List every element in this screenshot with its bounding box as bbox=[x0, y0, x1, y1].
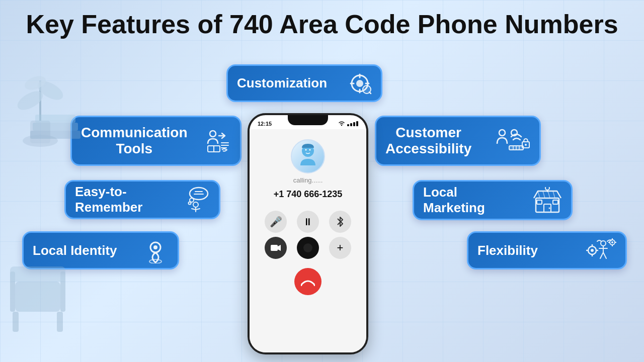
svg-line-22 bbox=[369, 92, 371, 94]
end-call-icon bbox=[301, 277, 315, 286]
svg-point-16 bbox=[356, 80, 363, 87]
svg-line-43 bbox=[192, 209, 196, 210]
svg-point-41 bbox=[193, 202, 198, 207]
svg-point-59 bbox=[153, 245, 157, 249]
phone-time: 12:15 bbox=[258, 121, 272, 127]
svg-rect-6 bbox=[30, 131, 80, 139]
signal-bars bbox=[347, 121, 358, 126]
svg-point-79 bbox=[305, 149, 307, 150]
flexibility-icon bbox=[585, 237, 616, 263]
svg-point-62 bbox=[591, 249, 594, 252]
calling-status: calling...... bbox=[293, 176, 323, 184]
local-identity-icon bbox=[142, 237, 169, 263]
svg-line-84 bbox=[314, 284, 315, 286]
svg-point-23 bbox=[210, 131, 216, 137]
bluetooth-button[interactable] bbox=[329, 211, 351, 233]
svg-rect-13 bbox=[57, 312, 63, 332]
svg-rect-8 bbox=[35, 115, 75, 123]
communication-tools-label: CommunicationTools bbox=[81, 125, 188, 157]
communication-tools-button[interactable]: CommunicationTools bbox=[70, 116, 242, 166]
customer-accessibility-icon bbox=[495, 128, 530, 154]
easy-to-remember-label: Easy-to-Remember bbox=[75, 184, 142, 215]
local-marketing-label: LocalMarketing bbox=[423, 185, 485, 216]
svg-point-73 bbox=[611, 241, 613, 243]
svg-point-53 bbox=[549, 208, 550, 209]
customization-icon bbox=[348, 71, 372, 96]
video-button[interactable] bbox=[265, 237, 287, 259]
svg-point-30 bbox=[499, 130, 505, 136]
svg-rect-12 bbox=[13, 312, 19, 332]
local-marketing-icon bbox=[533, 187, 562, 213]
svg-rect-9 bbox=[15, 282, 60, 312]
caller-number: +1 740 666-1235 bbox=[274, 189, 343, 200]
svg-point-56 bbox=[545, 187, 549, 190]
svg-rect-14 bbox=[10, 266, 65, 282]
mute-button[interactable]: 🎤 bbox=[265, 211, 287, 233]
svg-line-50 bbox=[548, 191, 550, 198]
svg-line-71 bbox=[603, 252, 606, 258]
controls-row-1: 🎤 ⏸ bbox=[260, 211, 356, 233]
pause-button[interactable]: ⏸ bbox=[297, 211, 319, 233]
page-title: Key Features of 740 Area Code Phone Numb… bbox=[0, 0, 644, 44]
svg-rect-55 bbox=[553, 200, 558, 204]
caller-person-icon bbox=[295, 143, 320, 170]
svg-point-40 bbox=[189, 202, 191, 205]
add-call-button[interactable]: + bbox=[329, 237, 351, 259]
caller-avatar bbox=[291, 139, 325, 173]
record-button[interactable] bbox=[297, 237, 319, 259]
phone-screen: calling...... +1 740 666-1235 🎤 ⏸ bbox=[250, 129, 366, 352]
customer-accessibility-button[interactable]: CustomerAccessibility bbox=[375, 116, 541, 166]
svg-rect-7 bbox=[33, 123, 78, 131]
svg-line-48 bbox=[538, 191, 540, 198]
customization-label: Customization bbox=[237, 75, 327, 91]
phone-notch bbox=[288, 115, 328, 125]
end-call-button[interactable] bbox=[294, 268, 321, 295]
svg-line-44 bbox=[196, 209, 200, 210]
svg-rect-81 bbox=[271, 245, 278, 251]
wifi-icon bbox=[338, 121, 345, 126]
svg-line-49 bbox=[543, 191, 545, 198]
flexibility-label: Flexibility bbox=[477, 243, 538, 258]
flexibility-button[interactable]: Flexibility bbox=[467, 231, 627, 269]
call-controls: 🎤 ⏸ bbox=[250, 207, 366, 263]
svg-line-51 bbox=[553, 191, 555, 198]
controls-row-2: + bbox=[260, 237, 356, 259]
phone-frame: 12:15 bbox=[248, 113, 368, 354]
easy-to-remember-button[interactable]: Easy-to-Remember bbox=[64, 180, 220, 219]
communication-tools-icon bbox=[205, 128, 231, 154]
svg-line-70 bbox=[600, 252, 603, 258]
svg-rect-54 bbox=[537, 200, 542, 204]
svg-point-32 bbox=[525, 144, 527, 146]
local-marketing-button[interactable]: LocalMarketing bbox=[413, 180, 573, 220]
phone-mockup: 12:15 bbox=[248, 113, 368, 354]
svg-point-80 bbox=[309, 149, 311, 150]
customization-button[interactable]: Customization bbox=[226, 64, 382, 102]
svg-line-83 bbox=[301, 284, 302, 286]
easy-to-remember-icon bbox=[185, 187, 210, 213]
video-icon bbox=[270, 244, 281, 252]
svg-marker-82 bbox=[278, 245, 281, 251]
bluetooth-icon bbox=[336, 216, 344, 227]
customer-accessibility-label: CustomerAccessibility bbox=[385, 125, 471, 157]
